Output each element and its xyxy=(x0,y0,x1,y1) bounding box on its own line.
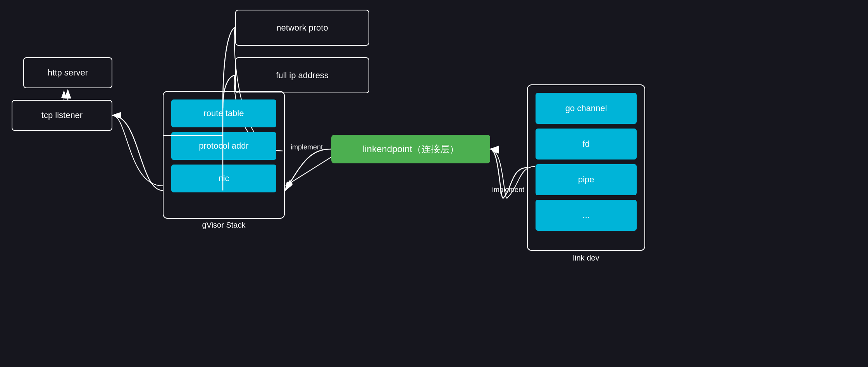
linkendpoint-label: linkendpoint（连接层） xyxy=(363,143,459,155)
arrows-svg xyxy=(0,0,868,367)
implement-left-text: implement xyxy=(291,143,323,151)
route-table-label: route table xyxy=(204,108,244,118)
ellipsis-box: ... xyxy=(536,200,637,231)
nic-label: nic xyxy=(218,173,229,184)
network-proto-box: network proto xyxy=(235,10,369,46)
network-proto-label: network proto xyxy=(276,23,328,33)
implement-right-text: implement xyxy=(492,186,524,194)
fd-box: fd xyxy=(536,129,637,159)
implement-left-label: implement xyxy=(291,143,323,151)
protocol-addr-box: protocol addr xyxy=(171,132,276,160)
full-ip-box: full ip address xyxy=(235,57,369,93)
http-server-label: http server xyxy=(48,68,88,78)
full-ip-label: full ip address xyxy=(276,70,329,81)
tcp-listener-label: tcp listener xyxy=(41,110,83,120)
pipe-box: pipe xyxy=(536,164,637,195)
fd-label: fd xyxy=(582,139,589,149)
linkendpoint-box: linkendpoint（连接层） xyxy=(331,135,490,163)
pipe-label: pipe xyxy=(578,175,594,185)
go-channel-label: go channel xyxy=(565,103,607,113)
main-arrows xyxy=(0,0,868,367)
tcp-listener-box: tcp listener xyxy=(12,100,112,131)
diagram-container: network proto full ip address http serve… xyxy=(0,0,868,367)
protocol-addr-label: protocol addr xyxy=(199,141,248,151)
go-channel-box: go channel xyxy=(536,93,637,124)
gvisor-label: gVisor Stack xyxy=(202,221,246,230)
implement-right-label: implement xyxy=(492,186,524,194)
linkdev-label: link dev xyxy=(573,254,599,262)
http-server-box: http server xyxy=(23,57,112,88)
linkdev-container: go channel fd pipe ... link dev xyxy=(527,84,645,251)
gvisor-container: route table protocol addr nic gVisor Sta… xyxy=(163,91,285,219)
ellipsis-label: ... xyxy=(582,210,589,220)
route-table-box: route table xyxy=(171,99,276,127)
nic-box: nic xyxy=(171,165,276,192)
